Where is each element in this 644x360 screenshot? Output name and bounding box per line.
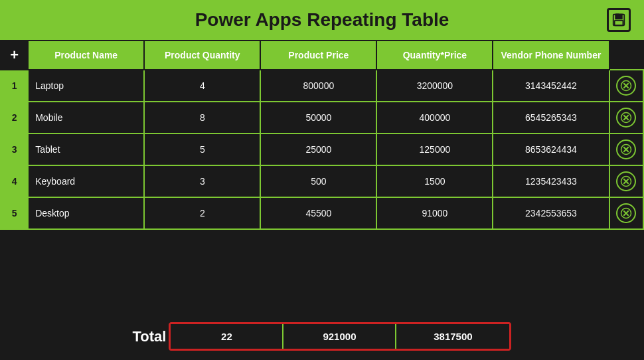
table-row: 5Desktop245500910002342553653 (1, 197, 643, 229)
delete-row-button[interactable] (616, 203, 636, 223)
col-header-phone: Vendor Phone Number (493, 41, 609, 70)
table-row: 3Tablet5250001250008653624434 (1, 134, 643, 165)
total-box: 22 921000 3817500 (169, 322, 511, 351)
row-qty-price: 400000 (376, 102, 493, 134)
table-section: + Product Name Product Quantity Product … (0, 40, 644, 315)
table-body: 1Laptop480000032000003143452442 2Mobile8… (1, 70, 643, 229)
header: Power Apps Repeating Table (0, 0, 644, 40)
row-qty-price: 91000 (376, 197, 493, 229)
row-product-name[interactable]: Keyboard (28, 165, 144, 197)
row-delete-cell (609, 70, 644, 102)
app-container: Power Apps Repeating Table + Product Nam… (0, 0, 644, 360)
col-header-qp: Quantity*Price (376, 41, 493, 70)
col-header-name: Product Name (28, 41, 144, 70)
row-vendor-phone[interactable]: 6545265343 (493, 102, 609, 134)
row-number: 5 (1, 197, 28, 229)
row-delete-cell (609, 134, 644, 165)
row-number: 3 (1, 134, 28, 165)
row-product-qty[interactable]: 2 (144, 197, 260, 229)
table-header-row: + Product Name Product Quantity Product … (1, 41, 643, 70)
table-row: 4Keyboard350015001235423433 (1, 165, 643, 197)
row-product-price[interactable]: 800000 (260, 70, 376, 102)
row-qty-price: 1500 (376, 165, 493, 197)
row-qty-price: 125000 (376, 134, 493, 165)
row-product-qty[interactable]: 3 (144, 165, 260, 197)
svg-rect-3 (617, 15, 618, 18)
row-product-name[interactable]: Mobile (28, 102, 144, 134)
col-header-delete (609, 41, 644, 70)
row-product-price[interactable]: 500 (260, 165, 376, 197)
save-button[interactable] (607, 8, 631, 32)
row-product-price[interactable]: 45500 (260, 197, 376, 229)
row-number: 1 (1, 70, 28, 102)
row-product-price[interactable]: 25000 (260, 134, 376, 165)
row-product-qty[interactable]: 8 (144, 102, 260, 134)
row-vendor-phone[interactable]: 1235423433 (493, 165, 609, 197)
row-delete-cell (609, 102, 644, 134)
row-product-name[interactable]: Laptop (28, 70, 144, 102)
total-qty: 22 (171, 324, 283, 349)
table-wrapper: + Product Name Product Quantity Product … (0, 40, 644, 315)
delete-row-button[interactable] (616, 76, 636, 96)
row-vendor-phone[interactable]: 8653624434 (493, 134, 609, 165)
svg-rect-2 (615, 21, 623, 25)
data-table: + Product Name Product Quantity Product … (0, 40, 644, 230)
row-qty-price: 3200000 (376, 70, 493, 102)
delete-row-button[interactable] (616, 139, 636, 159)
row-vendor-phone[interactable]: 2342553653 (493, 197, 609, 229)
table-row: 1Laptop480000032000003143452442 (1, 70, 643, 102)
row-product-price[interactable]: 50000 (260, 102, 376, 134)
col-header-qty: Product Quantity (144, 41, 260, 70)
row-product-qty[interactable]: 5 (144, 134, 260, 165)
row-product-name[interactable]: Desktop (28, 197, 144, 229)
row-delete-cell (609, 197, 644, 229)
add-row-button[interactable]: + (1, 41, 28, 70)
table-row: 2Mobile8500004000006545265343 (1, 102, 643, 134)
row-number: 4 (1, 165, 28, 197)
col-header-price: Product Price (260, 41, 376, 70)
row-number: 2 (1, 102, 28, 134)
total-label: Total (133, 328, 169, 345)
total-row: Total 22 921000 3817500 (133, 322, 512, 351)
page-title: Power Apps Repeating Table (195, 9, 449, 31)
row-delete-cell (609, 165, 644, 197)
row-vendor-phone[interactable]: 3143452442 (493, 70, 609, 102)
add-icon[interactable]: + (10, 46, 19, 63)
delete-row-button[interactable] (616, 171, 636, 191)
total-price: 921000 (283, 324, 396, 349)
row-product-name[interactable]: Tablet (28, 134, 144, 165)
row-product-qty[interactable]: 4 (144, 70, 260, 102)
delete-row-button[interactable] (616, 108, 636, 128)
footer-section: Total 22 921000 3817500 (0, 315, 644, 360)
total-qp: 3817500 (396, 324, 509, 349)
